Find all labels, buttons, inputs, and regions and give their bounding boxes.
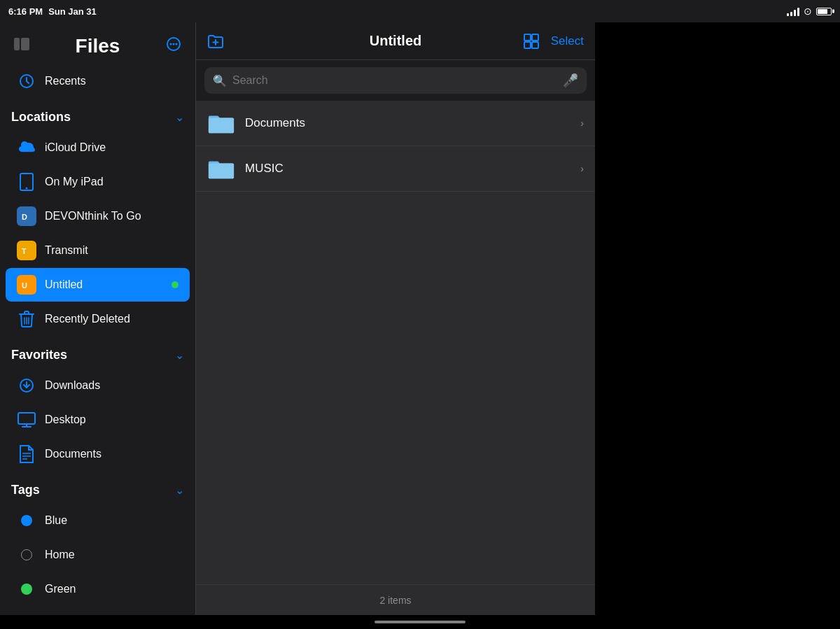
svg-rect-1 [21, 38, 29, 50]
svg-rect-32 [532, 42, 538, 48]
signal-bar-2 [790, 12, 792, 16]
svg-rect-20 [18, 413, 35, 424]
sidebar-item-icloud[interactable]: iCloud Drive [6, 131, 190, 164]
untitled-label: Untitled [45, 278, 83, 291]
content-header: Untitled Select [196, 22, 595, 60]
blue-tag-label: Blue [45, 514, 67, 527]
recents-icon [17, 71, 36, 91]
file-name-documents: Documents [245, 116, 305, 129]
files-title: Files [76, 35, 120, 57]
search-icon: 🔍 [213, 74, 227, 87]
battery-icon [816, 8, 832, 15]
locations-title: Locations [11, 110, 71, 125]
ipad-icon [17, 172, 36, 192]
documents-fav-icon [17, 444, 36, 464]
sidebar-item-devonthink[interactable]: D DEVONthink To Go [6, 199, 190, 233]
svg-text:T: T [22, 247, 27, 255]
devonthink-label: DEVONthink To Go [45, 210, 141, 222]
music-chevron: › [580, 163, 584, 174]
untitled-icon: U [17, 275, 36, 295]
sidebar-item-recently-deleted[interactable]: Recently Deleted [6, 302, 190, 336]
sidebar-item-tag-important[interactable]: Important [6, 607, 190, 615]
home-tag-label: Home [45, 549, 75, 561]
tags-title: Tags [11, 483, 40, 497]
green-tag-icon [17, 579, 36, 599]
sidebar-item-untitled[interactable]: U Untitled [6, 268, 190, 302]
documents-fav-label: Documents [45, 448, 102, 460]
battery-fill [818, 9, 827, 14]
search-container: 🔍 🎤 [196, 60, 595, 101]
downloads-icon [17, 376, 36, 395]
home-indicator-bar [374, 621, 465, 623]
wifi-icon: ⊙ [804, 6, 812, 17]
signal-bars [787, 6, 799, 16]
desktop-label: Desktop [45, 414, 86, 426]
icloud-label: iCloud Drive [45, 141, 106, 154]
status-bar-right: ⊙ [787, 6, 832, 17]
svg-point-5 [176, 43, 178, 45]
app-container: Files Recents [0, 22, 840, 615]
sidebar-item-recents[interactable]: Recents [6, 64, 190, 98]
header-actions: Select [523, 33, 584, 50]
sidebar-item-documents[interactable]: Documents [6, 437, 190, 471]
tags-chevron[interactable]: ⌄ [175, 483, 184, 497]
time: 6:16 PM [8, 6, 43, 17]
search-bar: 🔍 🎤 [204, 67, 587, 94]
date: Sun Jan 31 [48, 6, 97, 17]
sidebar-item-transmit[interactable]: T Transmit [6, 234, 190, 267]
signal-bar-4 [797, 8, 799, 16]
more-options-button[interactable] [163, 34, 184, 58]
devonthink-icon: D [17, 206, 36, 226]
icloud-icon [17, 138, 36, 157]
file-name-music: MUSIC [245, 162, 284, 175]
tags-section-header: Tags ⌄ [0, 472, 195, 503]
home-tag-icon [17, 545, 36, 565]
trash-icon [17, 309, 36, 329]
svg-point-3 [170, 43, 172, 45]
sidebar-item-downloads[interactable]: Downloads [6, 369, 190, 402]
sidebar-item-tag-blue[interactable]: Blue [6, 504, 190, 537]
search-input[interactable] [232, 74, 557, 87]
new-folder-button[interactable] [207, 33, 224, 50]
home-indicator [0, 615, 840, 629]
transmit-icon: T [17, 241, 36, 260]
svg-rect-30 [532, 34, 538, 41]
sidebar-header: Files [0, 22, 195, 64]
recently-deleted-label: Recently Deleted [45, 313, 130, 325]
green-tag-label: Green [45, 583, 76, 595]
svg-text:D: D [22, 213, 27, 221]
favorites-title: Favorites [11, 348, 67, 362]
blue-tag-icon [17, 511, 36, 530]
sidebar-toggle-button[interactable] [11, 35, 32, 57]
documents-chevron: › [580, 118, 584, 129]
favorites-chevron[interactable]: ⌄ [175, 348, 184, 362]
sidebar-item-ipad[interactable]: On My iPad [6, 165, 190, 199]
ipad-label: On My iPad [45, 176, 104, 188]
svg-rect-29 [524, 34, 531, 41]
transmit-label: Transmit [45, 244, 88, 257]
downloads-label: Downloads [45, 379, 100, 392]
content-title: Untitled [370, 33, 421, 49]
locations-section-header: Locations ⌄ [0, 99, 195, 130]
active-badge [172, 281, 178, 288]
file-info-documents: Documents [245, 116, 570, 130]
sidebar-item-tag-green[interactable]: Green [6, 572, 190, 606]
items-count-bar: 2 items [196, 584, 595, 615]
signal-bar-3 [794, 10, 796, 16]
favorites-section-header: Favorites ⌄ [0, 337, 195, 368]
file-item-music[interactable]: MUSIC › [196, 146, 595, 192]
grid-view-button[interactable] [523, 33, 540, 50]
sidebar-scroll: Recents Locations ⌄ iCloud Drive [0, 64, 195, 615]
sidebar-item-desktop[interactable]: Desktop [6, 403, 190, 437]
content-area: Untitled Select [196, 22, 840, 615]
sidebar-item-tag-home[interactable]: Home [6, 538, 190, 572]
select-button[interactable]: Select [551, 34, 584, 48]
folder-icon-documents [207, 109, 235, 137]
right-panel [595, 22, 840, 615]
folder-icon-music [207, 155, 235, 183]
locations-chevron[interactable]: ⌄ [175, 111, 184, 124]
file-list: Documents › MUSIC › [196, 101, 595, 584]
file-item-documents[interactable]: Documents › [196, 101, 595, 146]
items-count: 2 items [379, 595, 411, 606]
mic-icon[interactable]: 🎤 [563, 73, 578, 88]
